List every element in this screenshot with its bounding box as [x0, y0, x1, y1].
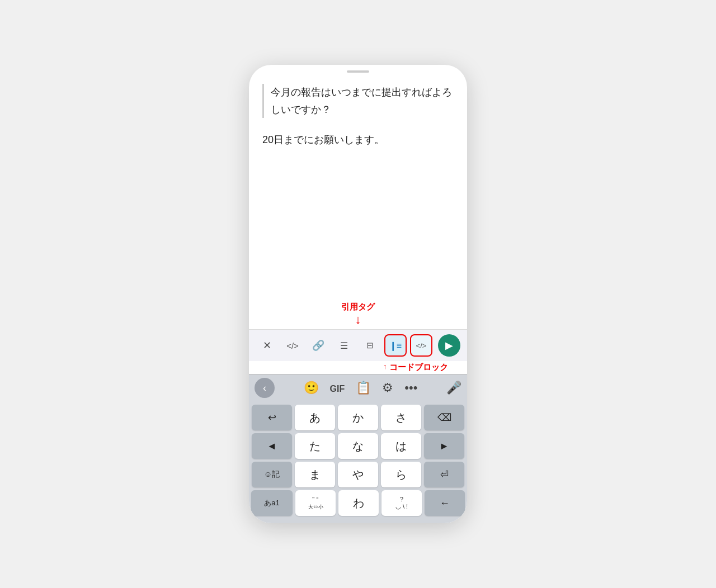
bullet-list-button[interactable]: ☰: [333, 334, 355, 357]
link-button[interactable]: 🔗: [307, 334, 329, 357]
quote-message: 今月の報告はいつまでに提出すればよろしいですか？: [262, 84, 454, 118]
key-ta[interactable]: た: [295, 433, 335, 459]
key-a[interactable]: あ: [295, 405, 335, 430]
code-block-button[interactable]: </>: [410, 334, 432, 357]
key-input-mode[interactable]: あa1: [251, 490, 293, 516]
reply-message: 20日までにお願いします。: [262, 131, 454, 149]
ellipsis-icon: •••: [404, 381, 417, 395]
return-icon: ←: [440, 497, 450, 509]
key-ha[interactable]: は: [381, 433, 421, 459]
right-arrow-icon: ►: [439, 440, 449, 452]
bullet-list-icon: ☰: [340, 340, 348, 351]
backspace-icon: ⌫: [437, 411, 451, 424]
send-icon: ▶: [445, 339, 453, 352]
enter-icon: ⏎: [440, 468, 449, 481]
key-emoji-kigo[interactable]: ☺記: [252, 462, 292, 487]
quote-block-button[interactable]: ❙≡: [384, 334, 407, 357]
key-sa[interactable]: さ: [381, 405, 421, 430]
key-na[interactable]: な: [338, 433, 378, 459]
message-block: 今月の報告はいつまでに提出すればよろしいですか？ 20日までにお願いします。: [262, 84, 454, 149]
key-backspace[interactable]: ⌫: [424, 405, 464, 430]
keyboard: ↩ あ か さ ⌫ ◄ た な: [249, 401, 467, 523]
key-enter[interactable]: ⏎: [424, 462, 464, 487]
quote-block-icon: ❙≡: [389, 340, 402, 351]
toolbar-annotation-wrapper: 引用タグ ↓ ✕ </> 🔗 ☰ ⊟ ❙≡: [249, 302, 467, 374]
key-ya[interactable]: や: [338, 462, 378, 487]
chevron-left-icon: ‹: [263, 382, 266, 394]
code-icon: </>: [286, 341, 299, 350]
more-button[interactable]: •••: [404, 381, 417, 395]
quote-tag-annotation-label: 引用タグ: [341, 302, 375, 312]
mic-icon: 🎤: [446, 381, 461, 395]
key-return[interactable]: ←: [425, 490, 465, 516]
gif-button[interactable]: GIF: [330, 381, 345, 395]
key-ma[interactable]: ま: [295, 462, 335, 487]
gif-label: GIF: [330, 384, 345, 393]
code-inline-button[interactable]: </>: [281, 334, 304, 357]
keyboard-row-3: ☺記 ま や ら ⏎: [251, 462, 465, 487]
key-ra[interactable]: ら: [381, 462, 421, 487]
phone-frame: 今月の報告はいつまでに提出すればよろしいですか？ 20日までにお願いします。 引…: [249, 65, 467, 523]
send-button[interactable]: ▶: [438, 334, 460, 357]
key-ka[interactable]: か: [338, 405, 378, 430]
undo-icon: ↩: [268, 411, 276, 424]
key-undo[interactable]: ↩: [252, 405, 292, 430]
left-arrow-icon: ◄: [267, 440, 277, 452]
key-wa[interactable]: わ: [338, 490, 379, 516]
mic-button[interactable]: 🎤: [446, 381, 461, 395]
code-block-icon: </>: [416, 342, 427, 350]
quote-tag-annotation-arrow: ↓: [355, 312, 361, 327]
numbered-list-icon: ⊟: [366, 340, 374, 350]
close-button[interactable]: ✕: [256, 334, 278, 357]
key-dakuten[interactable]: " °大⇔小: [295, 490, 336, 516]
keyboard-input-row: ‹ 🙂 GIF 📋 ⚙ ••• 🎤: [249, 374, 467, 401]
link-icon: 🔗: [312, 339, 324, 352]
emoji-icon: 🙂: [304, 381, 319, 395]
chat-area: 今月の報告はいつまでに提出すればよろしいですか？ 20日までにお願いします。: [249, 73, 467, 302]
key-left-arrow[interactable]: ◄: [252, 433, 292, 459]
settings-button[interactable]: ⚙: [382, 381, 393, 395]
keyboard-row-1: ↩ あ か さ ⌫: [251, 405, 465, 430]
emoji-button[interactable]: 🙂: [304, 381, 319, 395]
gear-icon: ⚙: [382, 381, 393, 395]
numbered-list-button[interactable]: ⊟: [359, 334, 381, 357]
close-icon: ✕: [263, 339, 271, 352]
key-right-arrow[interactable]: ►: [424, 433, 464, 459]
key-punctuation[interactable]: ? ◡ \ !: [381, 490, 422, 516]
keyboard-row-2: ◄ た な は ►: [251, 433, 465, 459]
keyboard-tools: 🙂 GIF 📋 ⚙ •••: [284, 381, 437, 395]
keyboard-back-button[interactable]: ‹: [255, 378, 275, 398]
clipboard-icon: 📋: [356, 381, 371, 395]
clipboard-button[interactable]: 📋: [356, 381, 371, 395]
toolbar: ✕ </> 🔗 ☰ ⊟ ❙≡ </> ▶: [249, 329, 467, 361]
code-block-annotation-label: コードブロック: [389, 362, 448, 373]
keyboard-row-4: あa1 " °大⇔小 わ ? ◡ \ ! ←: [251, 490, 465, 516]
